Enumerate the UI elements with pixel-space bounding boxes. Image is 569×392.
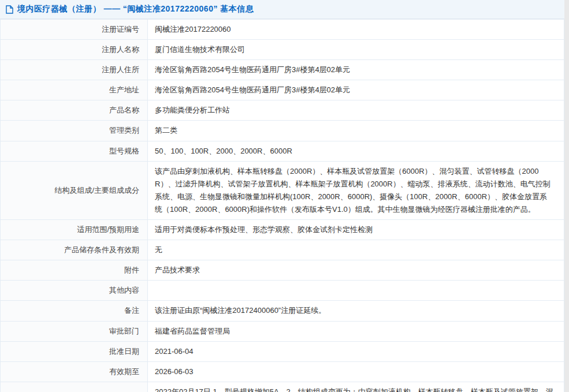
field-label: 型号规格 [1, 141, 148, 161]
field-label: 生产地址 [1, 80, 148, 100]
field-value: 无 [148, 240, 564, 260]
table-row: 结构及组成/主要组成成分 该产品由穿刺加液机构、样本瓶转移盘（2000R）、样本… [1, 161, 564, 219]
field-value: 海沧区翁角西路2054号生物医药通用厂房3#楼第4层02单元 [148, 80, 564, 100]
table-row: 变更情况 2022年02月17日 1、型号规格增加5A。2、结构组成变更为：由穿… [1, 382, 564, 392]
table-row: 生产地址 海沧区翁角西路2054号生物医药通用厂房3#楼第4层02单元 [1, 80, 564, 100]
field-label: 注册人住所 [1, 60, 148, 80]
field-label: 其他内容 [1, 281, 148, 301]
table-row: 有效期至 2026-06-03 [1, 361, 564, 382]
table-row: 注册人名称 厦门信道生物技术有限公司 [1, 40, 564, 60]
field-value: 闽械注准20172220060 [148, 20, 564, 40]
table-row: 附件 产品技术要求 [1, 260, 564, 281]
table-row: 产品名称 多功能粪便分析工作站 [1, 100, 564, 121]
table-row: 型号规格 50、100、100R、2000、2000R、6000R [1, 141, 564, 161]
field-value: 2022年02月17日 1、型号规格增加5A。2、结构组成变更为：由穿刺加液机构… [148, 382, 564, 392]
field-label: 有效期至 [1, 361, 148, 382]
field-value: 第二类 [148, 121, 564, 141]
field-value [148, 281, 564, 301]
table-row: 注册证编号 闽械注准20172220060 [1, 20, 564, 40]
field-label: 审批部门 [1, 321, 148, 341]
page-header: 境内医疗器械（注册） —— “闽械注准20172220060” 基本信息 [0, 0, 564, 19]
document-icon [6, 5, 13, 14]
table-row: 产品储存条件及有效期 无 [1, 240, 564, 260]
field-value: 适用于对粪便标本作预处理、形态学观察、胶体金试剂卡定性检测 [148, 220, 564, 240]
registration-info-table: 注册证编号 闽械注准20172220060 注册人名称 厦门信道生物技术有限公司… [0, 19, 564, 392]
field-label: 产品储存条件及有效期 [1, 240, 148, 260]
field-label: 产品名称 [1, 100, 148, 121]
field-value: 福建省药品监督管理局 [148, 321, 564, 341]
table-row: 管理类别 第二类 [1, 121, 564, 141]
field-label: 备注 [1, 301, 148, 321]
registration-info-panel: 境内医疗器械（注册） —— “闽械注准20172220060” 基本信息 注册证… [0, 0, 564, 392]
table-row: 注册人住所 海沧区翁角西路2054号生物医药通用厂房3#楼第4层02单元 [1, 60, 564, 80]
field-value: 2026-06-03 [148, 361, 564, 382]
page-title: 境内医疗器械（注册） —— “闽械注准20172220060” 基本信息 [17, 4, 254, 14]
field-label: 附件 [1, 260, 148, 281]
field-value: 该注册证由原“闽械注准20172400060”注册证延续。 [148, 301, 564, 321]
field-value: 多功能粪便分析工作站 [148, 100, 564, 121]
table-row: 其他内容 [1, 281, 564, 301]
field-value: 海沧区翁角西路2054号生物医药通用厂房3#楼第4层02单元 [148, 60, 564, 80]
field-label: 结构及组成/主要组成成分 [1, 161, 148, 219]
table-row: 适用范围/预期用途 适用于对粪便标本作预处理、形态学观察、胶体金试剂卡定性检测 [1, 220, 564, 240]
field-label: 注册证编号 [1, 20, 148, 40]
field-value: 该产品由穿刺加液机构、样本瓶转移盘（2000R）、样本瓶及试管放置架（6000R… [148, 161, 564, 219]
field-value: 2021-06-04 [148, 341, 564, 361]
field-label: 注册人名称 [1, 40, 148, 60]
table-row: 审批部门 福建省药品监督管理局 [1, 321, 564, 341]
field-label: 管理类别 [1, 121, 148, 141]
field-value: 厦门信道生物技术有限公司 [148, 40, 564, 60]
field-label: 变更情况 [1, 382, 148, 392]
table-row: 批准日期 2021-06-04 [1, 341, 564, 361]
field-value: 产品技术要求 [148, 260, 564, 281]
field-label: 适用范围/预期用途 [1, 220, 148, 240]
table-row: 备注 该注册证由原“闽械注准20172400060”注册证延续。 [1, 301, 564, 321]
field-label: 批准日期 [1, 341, 148, 361]
field-value: 50、100、100R、2000、2000R、6000R [148, 141, 564, 161]
